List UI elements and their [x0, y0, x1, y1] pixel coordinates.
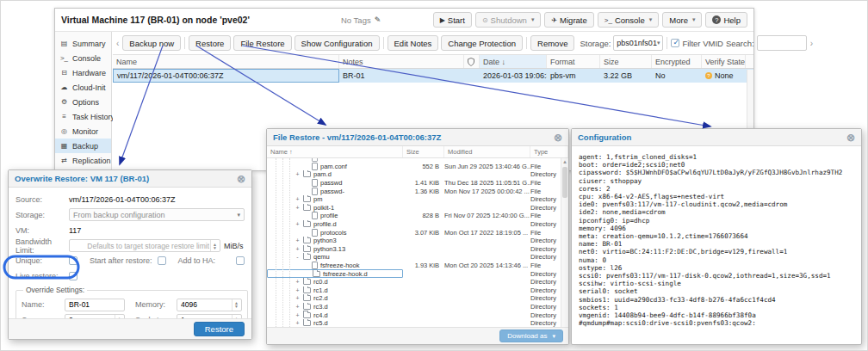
file-column-header-type[interactable]: Type — [530, 146, 568, 157]
file-row-pam-d[interactable]: +pam.dDirectory — [267, 170, 568, 179]
spinner-icon[interactable]: ▲▼ — [210, 240, 219, 251]
edit-notes-button[interactable]: Edit Notes — [388, 35, 439, 51]
tree-expander-icon[interactable]: + — [294, 196, 301, 202]
filter-vmid-checkbox[interactable] — [671, 39, 679, 47]
row-cell-name: vm/117/2026-01-04T00:06:37Z — [113, 69, 339, 83]
bandwidth-input[interactable] — [70, 240, 220, 251]
edit-tags-pencil-icon[interactable]: ✎ — [375, 15, 381, 24]
tree-expander-icon[interactable]: + — [294, 287, 301, 293]
file-column-header-name[interactable]: Name ↑ — [267, 146, 403, 157]
tree-expander-icon[interactable]: + — [294, 320, 301, 326]
sidebar-item-summary[interactable]: ▤Summary — [55, 36, 111, 51]
storage-select[interactable]: From backup configuration ▾ — [69, 208, 245, 221]
scroll-up-icon[interactable]: ▲ — [562, 159, 567, 164]
tree-expander-icon[interactable]: + — [294, 295, 301, 301]
override-settings-legend: Override Settings: — [23, 286, 87, 294]
spinner-icon[interactable]: ▲▼ — [232, 299, 240, 311]
unique-checkbox[interactable] — [69, 256, 78, 265]
show-configuration-button[interactable]: Show Configuration — [294, 35, 380, 51]
file-tree-list: pam.conf552 BSun Jun 29 2025 13:40:46 G.… — [267, 158, 568, 327]
tree-expander-icon[interactable]: + — [294, 304, 301, 310]
tree-expander-icon[interactable]: + — [294, 279, 301, 285]
file-name-label: rc1.d — [313, 286, 328, 294]
column-header-name[interactable]: Name — [113, 55, 339, 68]
tree-expander-icon[interactable]: + — [294, 237, 301, 243]
cell-value: No — [655, 71, 666, 80]
collapse-chevron-icon[interactable]: ‹ — [115, 39, 120, 48]
tree-expander-icon[interactable]: + — [294, 221, 301, 227]
sidebar-item-replication[interactable]: ⇄Replication — [55, 153, 111, 168]
column-header-format[interactable]: Format — [547, 55, 600, 68]
tree-expander-icon[interactable]: + — [294, 246, 301, 252]
file-row-passwd[interactable]: passwd1.41 KiBThu Dec 18 2025 11:05:51 G… — [267, 179, 568, 188]
search-input[interactable] — [757, 35, 807, 51]
backup-table-row[interactable]: vm/117/2026-01-04T00:06:37ZBR-012026-01-… — [113, 69, 753, 83]
console-button[interactable]: >_Console▾ — [598, 12, 660, 28]
sidebar-item-options[interactable]: ⚙Options — [55, 95, 111, 109]
file-row-rc3-d[interactable]: +rc3.dDirectory — [267, 303, 568, 311]
tree-expander-icon[interactable]: - — [294, 254, 301, 260]
file-row-name: pam.conf — [267, 163, 403, 171]
live-restore-checkbox[interactable] — [69, 272, 78, 280]
close-icon[interactable]: ⊗ — [846, 132, 855, 143]
next-chevron-icon[interactable]: › — [809, 39, 814, 48]
file-row-rc1-d[interactable]: +rc1.dDirectory — [267, 286, 568, 295]
backup-now-button[interactable]: Backup now — [122, 35, 181, 51]
file-row-rc4-d[interactable]: +rc4.dDirectory — [267, 311, 568, 319]
file-row[interactable] — [267, 158, 568, 163]
cell-value: pbs-vm — [550, 71, 576, 80]
file-row-polkit-1[interactable]: +polkit-1Directory — [267, 204, 568, 212]
file-column-header-modified[interactable]: Modified — [444, 146, 530, 157]
close-icon[interactable]: ⊗ — [554, 132, 562, 143]
file-row-profile-d[interactable]: +profile.dDirectory — [267, 220, 568, 229]
restore-button[interactable]: Restore — [189, 35, 231, 51]
start-after-checkbox[interactable] — [158, 256, 166, 265]
help-button[interactable]: ?Help — [705, 12, 747, 28]
migrate-button[interactable]: ✈Migrate — [544, 12, 593, 28]
column-header-size[interactable]: Size — [600, 55, 652, 68]
shutdown-button[interactable]: ⊙Shutdown▾ — [475, 12, 541, 28]
file-row-qemu[interactable]: -qemuDirectory — [267, 253, 568, 262]
file-row-pm[interactable]: +pmDirectory — [267, 195, 568, 204]
file-row-python3[interactable]: +python3Directory — [267, 237, 568, 245]
column-header-encrypted[interactable]: Encrypted — [652, 55, 702, 68]
sidebar-item-cloud-init[interactable]: ☁Cloud-Init — [55, 80, 111, 95]
column-header-verify-state[interactable]: Verify State — [702, 55, 746, 68]
tree-expander-icon[interactable]: + — [294, 171, 301, 177]
file-restore-button[interactable]: File Restore — [233, 35, 291, 51]
file-row-fsfreeze-hook[interactable]: fsfreeze-hook1.93 KiBMon Oct 20 2025 14:… — [267, 262, 568, 270]
restore-button[interactable]: Restore — [194, 322, 245, 336]
sidebar-item-task-history[interactable]: ≡Task History — [55, 109, 111, 124]
download-as-button[interactable]: Download as ▾ — [499, 329, 563, 342]
file-row-pam-conf[interactable]: pam.conf552 BSun Jun 29 2025 13:40:46 G.… — [267, 163, 568, 171]
column-header-date[interactable]: Date ↓ — [480, 55, 547, 68]
file-row-profile[interactable]: profile828 BFri Nov 07 2025 12:40:00 G..… — [267, 212, 568, 220]
column-header-protected[interactable] — [464, 55, 480, 68]
file-row-passwd-[interactable]: passwd-1.36 KiBMon Nov 17 2025 00:00:42 … — [267, 187, 568, 195]
tree-expander-icon[interactable]: + — [294, 312, 301, 318]
sidebar-item-monitor[interactable]: ◎Monitor — [55, 124, 111, 139]
file-row-rc5-d[interactable]: +rc5.dDirectory — [267, 319, 568, 327]
close-icon[interactable]: ⊗ — [237, 174, 245, 184]
file-row-fsfreeze-hook-d[interactable]: fsfreeze-hook.dDirectory — [267, 269, 568, 278]
sidebar-item-backup[interactable]: ▦Backup — [55, 139, 111, 153]
name-input[interactable] — [65, 299, 124, 311]
add-ha-checkbox[interactable] — [236, 256, 245, 265]
sidebar-item-hardware[interactable]: ⊟Hardware — [55, 65, 111, 80]
page-title: Virtual Machine 117 (BR-01) on node 'pve… — [61, 15, 341, 25]
change-protection-button[interactable]: Change Protection — [441, 35, 523, 51]
file-list-scrollbar[interactable]: ▲ — [561, 158, 568, 327]
file-column-header-size[interactable]: Size — [403, 146, 444, 157]
file-row-protocols[interactable]: protocols3.07 KiBMon Oct 17 2022 18:19:0… — [267, 228, 568, 237]
file-row-rc0-d[interactable]: +rc0.dDirectory — [267, 278, 568, 286]
config-line: name: BR-01 — [579, 240, 854, 248]
sidebar-item-console[interactable]: >_Console — [55, 51, 111, 65]
more-button[interactable]: More▾ — [662, 12, 702, 28]
file-row-rc2-d[interactable]: +rc2.dDirectory — [267, 294, 568, 303]
remove-button[interactable]: Remove — [530, 35, 574, 51]
column-header-notes[interactable]: Notes — [339, 55, 464, 68]
tree-expander-icon[interactable]: + — [294, 205, 301, 211]
start-button[interactable]: ▶Start — [433, 12, 472, 28]
file-row-python3-13[interactable]: +python3.13Directory — [267, 245, 568, 254]
storage-select[interactable]: pbs01nfs01▾ — [613, 35, 663, 51]
